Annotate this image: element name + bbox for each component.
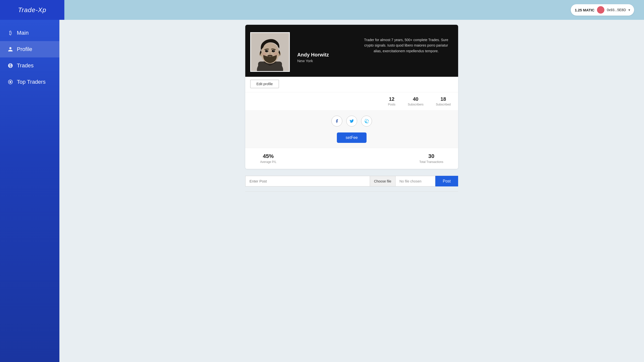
- profile-location: New York: [297, 59, 329, 63]
- header-right: 1.25 MATIC 0x93...5E8D ▾: [571, 4, 634, 16]
- post-row: Choose file No file chosen Post: [245, 176, 458, 186]
- total-transactions-label: Total Transactions: [419, 160, 443, 164]
- profile-bio: Trader for almost 7 years, 500+ complete…: [362, 37, 451, 54]
- average-pl-label: Average P/L: [260, 160, 276, 164]
- setfee-button[interactable]: setFee: [337, 133, 367, 143]
- sidebar-item-trades[interactable]: Trades: [0, 58, 60, 74]
- average-pl-value: 45%: [260, 153, 276, 159]
- subscribers-count: 40: [408, 96, 424, 102]
- stats-row: 12 Posts 40 Subscribers 18 Subscribed: [245, 92, 458, 110]
- wallet-badge[interactable]: 1.25 MATIC 0x93...5E8D ▾: [571, 4, 634, 16]
- sidebar: ₿ Main Profile Trades: [0, 20, 60, 362]
- sidebar-item-top-traders[interactable]: Top Traders: [0, 74, 60, 90]
- no-file-text: No file chosen: [396, 179, 435, 183]
- wallet-address: 0x93...5E8D: [607, 8, 626, 12]
- trades-icon: [8, 63, 13, 69]
- subscribers-label: Subscribers: [408, 103, 424, 106]
- top-traders-icon: [8, 79, 13, 85]
- file-input-wrap: Choose file No file chosen: [370, 176, 435, 186]
- content-divider: [245, 191, 458, 192]
- main-content: Andy Horwitz New York Trader for almost …: [60, 20, 644, 362]
- logo-area: Trade-Xp: [0, 0, 64, 20]
- posts-label: Posts: [388, 103, 396, 106]
- sidebar-label-profile: Profile: [17, 46, 32, 53]
- sidebar-label-top-traders: Top Traders: [17, 79, 46, 85]
- bottom-stats: 45% Average P/L 30 Total Transactions: [245, 148, 458, 169]
- header: Trade-Xp 1.25 MATIC 0x93...5E8D ▾: [0, 0, 644, 20]
- edit-profile-wrap: Edit profile: [245, 77, 458, 92]
- profile-banner: Andy Horwitz New York Trader for almost …: [245, 25, 458, 77]
- layout: ₿ Main Profile Trades: [0, 20, 644, 362]
- posts-count: 12: [388, 96, 396, 102]
- logo-text: Trade-Xp: [18, 6, 46, 14]
- sidebar-item-profile[interactable]: Profile: [0, 41, 60, 58]
- sidebar-item-main[interactable]: ₿ Main: [0, 25, 60, 41]
- profile-card: Andy Horwitz New York Trader for almost …: [245, 25, 458, 169]
- facebook-button[interactable]: [332, 116, 342, 127]
- svg-point-10: [274, 51, 274, 51]
- post-input[interactable]: [245, 176, 370, 186]
- social-row: [245, 110, 458, 129]
- svg-point-9: [267, 51, 268, 51]
- post-button[interactable]: Post: [435, 176, 458, 186]
- setfee-row: setFee: [245, 129, 458, 148]
- stat-subscribers: 40 Subscribers: [408, 96, 424, 107]
- total-transactions-stat: 30 Total Transactions: [419, 153, 443, 164]
- profile-photo-wrap: [250, 32, 290, 72]
- wallet-balance: 1.25 MATIC: [575, 8, 594, 12]
- twitter-button[interactable]: [346, 116, 357, 127]
- sidebar-label-main: Main: [17, 30, 29, 36]
- edit-profile-button[interactable]: Edit profile: [250, 80, 279, 88]
- wallet-avatar: [597, 6, 604, 14]
- profile-info-col: Andy Horwitz New York: [297, 32, 329, 63]
- profile-icon: [8, 46, 13, 52]
- stat-posts: 12 Posts: [388, 96, 396, 107]
- subscribed-label: Subscribed: [436, 103, 451, 106]
- bitcoin-icon: ₿: [8, 30, 13, 36]
- skype-button[interactable]: [361, 116, 372, 127]
- choose-file-button[interactable]: Choose file: [370, 176, 396, 186]
- profile-photo: [250, 32, 290, 72]
- profile-bio-col: Trader for almost 7 years, 500+ complete…: [362, 32, 451, 54]
- sidebar-label-trades: Trades: [17, 62, 34, 69]
- chevron-down-icon: ▾: [628, 8, 630, 12]
- average-pl-stat: 45% Average P/L: [260, 153, 276, 164]
- subscribed-count: 18: [436, 96, 451, 102]
- profile-name: Andy Horwitz: [297, 52, 329, 58]
- total-transactions-value: 30: [419, 153, 443, 159]
- stat-subscribed: 18 Subscribed: [436, 96, 451, 107]
